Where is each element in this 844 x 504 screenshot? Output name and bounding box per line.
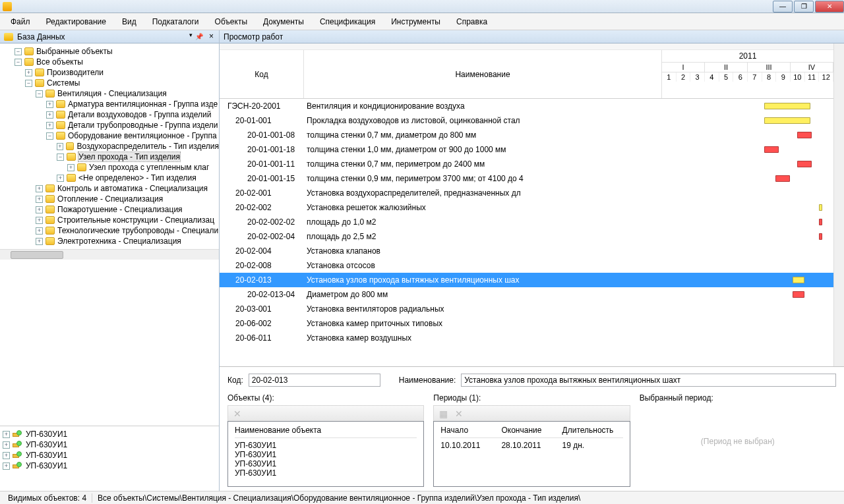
detail-object-row[interactable]: УП-630УИ1: [235, 450, 417, 459]
menu-view[interactable]: Вид: [117, 14, 142, 29]
menu-spec[interactable]: Спецификация: [315, 14, 380, 29]
tree-node[interactable]: +Отопление - Специализация: [3, 194, 219, 204]
tree-hscrollbar[interactable]: [0, 249, 219, 260]
toggle-icon[interactable]: −: [15, 59, 22, 66]
gantt-row[interactable]: 20-02-002-04площадь до 2,5 м2: [220, 229, 833, 244]
detail-object-row[interactable]: УП-630УИ1: [235, 459, 417, 468]
gantt-row[interactable]: 20-02-002Установка решеток жалюзийных: [220, 200, 833, 215]
gantt-row[interactable]: 20-02-008Установка отсосов: [220, 258, 833, 273]
gantt-row[interactable]: ГЭСН-20-2001Вентиляция и кондиционирован…: [220, 99, 833, 113]
gantt-row[interactable]: 20-02-013-04Диаметром до 800 мм: [220, 287, 833, 302]
object-row[interactable]: +УП-630УИ1: [3, 461, 216, 471]
gantt-rows[interactable]: ГЭСН-20-2001Вентиляция и кондиционирован…: [220, 99, 833, 345]
toggle-icon[interactable]: +: [46, 122, 53, 129]
tree-node[interactable]: +Технологические трубопроводы - Специали: [3, 225, 219, 236]
toggle-icon[interactable]: +: [25, 69, 32, 76]
tree-node[interactable]: −Оборудование вентиляционное - Группа: [3, 130, 219, 141]
tree-node[interactable]: +Детали воздуховодов - Группа изделий: [3, 109, 219, 120]
detail-object-row[interactable]: УП-630УИ1: [235, 468, 417, 478]
tree-node[interactable]: +Электротехника - Специализация: [3, 236, 219, 246]
menu-edit[interactable]: Редактирование: [41, 14, 111, 29]
gantt-bar[interactable]: [797, 132, 812, 138]
toggle-icon[interactable]: −: [15, 48, 22, 55]
close-button[interactable]: ✕: [815, 1, 844, 13]
name-input[interactable]: [461, 374, 836, 387]
object-row[interactable]: +УП-630УИ1: [3, 450, 216, 461]
tree-node[interactable]: −Узел прохода - Тип изделия: [3, 152, 219, 162]
gantt-bar[interactable]: [819, 204, 822, 211]
dropdown-icon[interactable]: ▾: [189, 32, 193, 38]
delete-icon[interactable]: ✕: [454, 408, 464, 419]
toggle-icon[interactable]: −: [57, 154, 64, 161]
gantt-bar[interactable]: [819, 219, 822, 225]
tree-node[interactable]: +Пожаротушение - Специализация: [3, 204, 219, 215]
menu-objects[interactable]: Объекты: [210, 14, 253, 29]
toggle-icon[interactable]: +: [36, 217, 43, 224]
toggle-icon[interactable]: +: [3, 431, 10, 438]
tree-node[interactable]: +<Не определено> - Тип изделия: [3, 173, 219, 183]
toggle-icon[interactable]: +: [57, 143, 63, 150]
minimize-button[interactable]: —: [773, 1, 793, 13]
close-icon[interactable]: ×: [209, 32, 214, 41]
menu-subcat[interactable]: Подкаталоги: [147, 14, 204, 29]
toggle-icon[interactable]: +: [3, 462, 10, 470]
detail-object-row[interactable]: УП-630УИ1: [235, 441, 417, 450]
gantt-row[interactable]: 20-02-004Установка клапанов: [220, 244, 833, 258]
toggle-icon[interactable]: −: [36, 90, 43, 98]
tree-node[interactable]: −Системы: [3, 78, 219, 88]
toggle-icon[interactable]: +: [36, 238, 43, 245]
gantt-vscrollbar[interactable]: [833, 43, 844, 366]
tree-node[interactable]: −Все объекты: [3, 57, 219, 67]
tree-node[interactable]: −Вентиляция - Специализация: [3, 88, 219, 99]
object-list[interactable]: +УП-630УИ1+УП-630УИ1+УП-630УИ1+УП-630УИ1: [0, 426, 219, 491]
toggle-icon[interactable]: +: [46, 111, 53, 119]
gantt-row[interactable]: 20-01-001Прокладка воздуховодов из листо…: [220, 113, 833, 128]
toggle-icon[interactable]: +: [57, 175, 64, 182]
tree-node[interactable]: +Производители: [3, 67, 219, 78]
gantt-row[interactable]: 20-02-013Установка узлов прохода вытяжны…: [220, 273, 833, 287]
db-tree[interactable]: −Выбранные объекты−Все объекты+Производи…: [0, 43, 219, 249]
gantt-row[interactable]: 20-01-001-18толщина стенки 1,0 мм, диаме…: [220, 142, 833, 157]
tree-node[interactable]: +Контроль и автоматика - Специализация: [3, 183, 219, 194]
toggle-icon[interactable]: +: [36, 206, 43, 213]
toggle-icon[interactable]: +: [3, 441, 10, 449]
toggle-icon[interactable]: +: [46, 101, 53, 108]
object-row[interactable]: +УП-630УИ1: [3, 429, 216, 439]
gantt-bar[interactable]: [764, 103, 810, 109]
gantt-row[interactable]: 20-01-001-08толщина стенки 0,7 мм, диаме…: [220, 128, 833, 142]
toggle-icon[interactable]: +: [3, 452, 10, 459]
calendar-icon[interactable]: ▦: [438, 408, 448, 419]
periods-box[interactable]: Начало Окончание Длительность 10.10.2011…: [433, 421, 630, 487]
tree-node[interactable]: +Воздухораспределитель - Тип изделия: [3, 141, 219, 152]
gantt-row[interactable]: 20-06-002Установка камер приточных типов…: [220, 316, 833, 331]
toggle-icon[interactable]: +: [36, 196, 43, 203]
menu-docs[interactable]: Документы: [258, 14, 309, 29]
gantt-bar[interactable]: [797, 161, 812, 167]
tree-node[interactable]: +Детали трубопроводные - Группа издели: [3, 120, 219, 130]
delete-icon[interactable]: ✕: [232, 408, 243, 419]
gantt-bar[interactable]: [793, 291, 804, 298]
gantt-bar[interactable]: [764, 146, 779, 153]
menu-file[interactable]: Файл: [5, 14, 36, 29]
objects-box[interactable]: Наименование объекта УП-630УИ1УП-630УИ1У…: [227, 421, 424, 487]
tree-node[interactable]: +Арматура вентиляционная - Группа изде: [3, 99, 219, 109]
toggle-icon[interactable]: +: [36, 227, 43, 235]
menu-help[interactable]: Справка: [451, 14, 493, 29]
gantt-row[interactable]: 20-03-001Установка вентиляторов радиальн…: [220, 302, 833, 316]
object-row[interactable]: +УП-630УИ1: [3, 439, 216, 450]
tree-node[interactable]: +Строительные конструкции - Специализац: [3, 215, 219, 225]
gantt-row[interactable]: 20-02-002-02площадь до 1,0 м2: [220, 215, 833, 229]
pin-icon[interactable]: 📌: [195, 33, 203, 40]
toggle-icon[interactable]: −: [46, 132, 53, 140]
gantt-row[interactable]: 20-02-001Установка воздухораспределителе…: [220, 186, 833, 200]
gantt-bar[interactable]: [764, 117, 810, 124]
maximize-button[interactable]: ❐: [794, 1, 814, 13]
gantt-bar[interactable]: [819, 233, 822, 240]
gantt-bar[interactable]: [775, 175, 790, 182]
tree-node[interactable]: −Выбранные объекты: [3, 46, 219, 57]
code-input[interactable]: [249, 374, 380, 387]
toggle-icon[interactable]: +: [67, 164, 75, 171]
gantt-row[interactable]: 20-01-001-15толщина стенки 0,9 мм, перим…: [220, 171, 833, 186]
toggle-icon[interactable]: −: [25, 80, 32, 87]
tree-node[interactable]: +Узел прохода с утепленным клаг: [3, 162, 219, 173]
